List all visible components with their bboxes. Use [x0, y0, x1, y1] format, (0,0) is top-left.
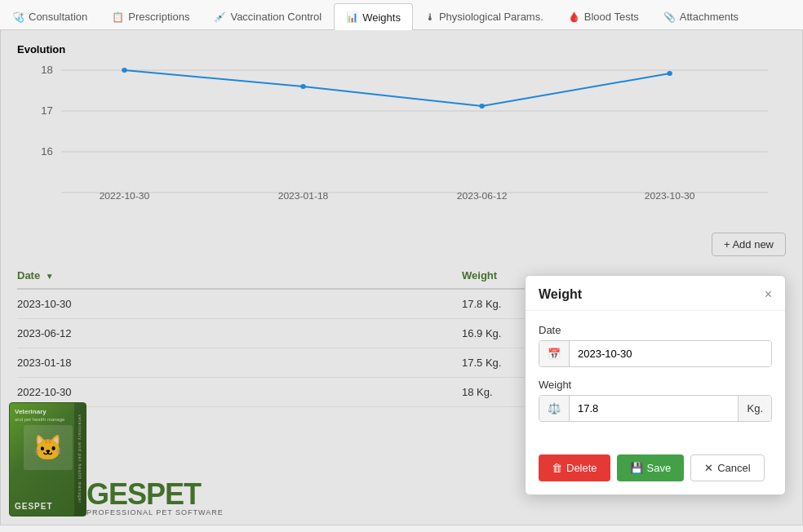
date-input-group: 📅: [539, 340, 772, 367]
tab-weights[interactable]: 📊 Weights: [334, 3, 413, 30]
weight-input-group: ⚖️ Kg.: [539, 395, 772, 422]
scale-icon: ⚖️: [539, 396, 570, 421]
weight-input[interactable]: [570, 396, 738, 421]
modal-body: Date 📅 Weight ⚖️ Kg.: [526, 311, 785, 446]
weight-unit: Kg.: [738, 396, 771, 421]
physiological-icon: 🌡: [425, 11, 435, 23]
tab-attachments[interactable]: 📎 Attachments: [651, 3, 751, 29]
attachments-icon: 📎: [663, 11, 676, 23]
calendar-icon: 📅: [539, 341, 570, 366]
prescriptions-icon: 📋: [112, 11, 124, 23]
cancel-x-icon: ✕: [704, 462, 713, 474]
main-content: Evolution 18 17 16 2022-10-30 2023-01-18…: [0, 30, 803, 525]
tab-consultation[interactable]: 🩺 Consultation: [0, 3, 100, 29]
weight-label: Weight: [539, 379, 772, 391]
modal-footer: 🗑 Delete 💾 Save ✕ Cancel: [526, 446, 785, 494]
modal-title: Weight: [539, 287, 582, 302]
vaccination-icon: 💉: [214, 11, 226, 23]
modal-header: Weight ×: [526, 276, 785, 311]
weights-icon: 📊: [346, 11, 358, 23]
date-input[interactable]: [570, 341, 771, 366]
cancel-button[interactable]: ✕ Cancel: [690, 454, 764, 481]
blood-tests-icon: 🩸: [568, 11, 580, 23]
tab-physiological[interactable]: 🌡 Physiological Params.: [413, 3, 556, 29]
tab-vaccination[interactable]: 💉 Vaccination Control: [202, 3, 334, 29]
modal-close-button[interactable]: ×: [765, 288, 772, 301]
trash-icon: 🗑: [552, 462, 562, 474]
delete-button[interactable]: 🗑 Delete: [539, 454, 610, 481]
weight-form-group: Weight ⚖️ Kg.: [539, 379, 772, 422]
tab-blood-tests[interactable]: 🩸 Blood Tests: [556, 3, 651, 29]
tabs-bar: 🩺 Consultation 📋 Prescriptions 💉 Vaccina…: [0, 0, 803, 30]
save-icon: 💾: [630, 462, 643, 474]
date-form-group: Date 📅: [539, 324, 772, 367]
date-label: Date: [539, 324, 772, 336]
weight-modal: Weight × Date 📅 Weight ⚖️ Kg.: [525, 275, 786, 495]
consultation-icon: 🩺: [12, 11, 24, 23]
save-button[interactable]: 💾 Save: [617, 454, 685, 481]
tab-prescriptions[interactable]: 📋 Prescriptions: [100, 3, 202, 29]
